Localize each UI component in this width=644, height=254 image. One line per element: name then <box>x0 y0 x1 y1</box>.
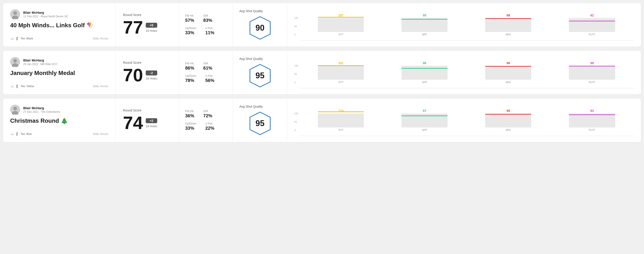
stats-row-bot-3: Up/Down 33% 1 Putt 22% <box>185 122 226 131</box>
bar-xlabel-app: APP <box>422 128 427 131</box>
bar-bg-app <box>402 18 448 32</box>
card-stats-1: FW Hit 57% GIR 83% Up/Down 33% 1 Putt 11… <box>179 3 233 47</box>
score-badge-group-1: +5 18 Holes <box>146 23 157 32</box>
bar-value-app: 86 <box>423 61 426 65</box>
bar-xlabel-arg: ARG <box>506 128 511 131</box>
stat-updown-2: Up/Down 78% <box>185 74 196 83</box>
bar-line-app <box>402 116 448 116</box>
score-badge-1: +5 <box>146 23 157 28</box>
bar-col-ott: 107 OTT <box>299 13 383 36</box>
stat-fwhit-1: FW Hit 57% <box>185 14 194 23</box>
bar-value-arg: 96 <box>507 61 510 65</box>
round-card-3: Blair McHarg 27 Dec 2021 · The Oxfordshi… <box>3 98 641 142</box>
bar-xlabel-arg: ARG <box>506 81 511 84</box>
tee-label-2: Tee: Yellow <box>20 85 34 88</box>
card-chart-3: 100 50 0 110 OTT 87 APP 95 <box>287 98 641 142</box>
bar-line-putt <box>569 66 615 66</box>
golf-cart-icon-3: 🏌 <box>15 132 19 136</box>
tee-info-1: ☁️ 🏌 Tee: Black <box>10 37 33 40</box>
card-score-2: Round Score 70 -2 18 Holes <box>116 51 179 94</box>
bar-col-ott: 110 OTT <box>299 109 383 131</box>
card-quality-1: Avg Shot Quality 90 <box>233 3 287 47</box>
stat-updown-3: Up/Down 33% <box>185 122 196 131</box>
round-title-1: 40 Mph Winds... Links Golf 🪁 <box>10 22 108 29</box>
stat-updown-value-1: 33% <box>185 30 196 35</box>
score-badge-3: +2 <box>146 118 157 123</box>
hexagon-1: 90 <box>248 15 272 40</box>
bar-line-putt <box>569 114 615 115</box>
stats-row-bot-2: Up/Down 78% 1 Putt 56% <box>185 74 226 83</box>
tee-info-3: ☁️ 🏌 Tee: Blue <box>10 132 32 136</box>
tee-label-3: Tee: Blue <box>20 132 32 135</box>
stat-oneputt-label-1: 1 Putt <box>205 26 214 30</box>
bar-line-ott <box>318 17 364 17</box>
bar-xlabel-ott: OTT <box>338 81 343 84</box>
y-label-100: 100 <box>294 65 298 67</box>
hexagon-container-2: 95 <box>248 63 272 88</box>
card-quality-2: Avg Shot Quality 95 <box>233 51 287 94</box>
bar-col-ott: 101 OTT <box>299 61 383 84</box>
bar-col-putt: 93 PUTT <box>550 109 634 131</box>
stat-gir-1: GIR 83% <box>203 14 212 23</box>
bar-xlabel-ott: OTT <box>338 33 343 36</box>
bar-line-arg <box>485 114 531 115</box>
bar-col-arg: 98 ARG <box>466 13 550 36</box>
player-meta-1: 12 Feb 2022 · Royal North Devon GC <box>23 15 68 18</box>
score-number-1: 77 <box>123 18 143 36</box>
stat-oneputt-value-1: 11% <box>205 30 214 35</box>
golf-cart-icon-2: 🏌 <box>15 84 19 88</box>
bar-value-ott: 107 <box>338 13 344 17</box>
avatar-icon-1 <box>10 9 20 19</box>
player-name-3: Blair McHarg <box>23 106 60 110</box>
stat-fwhit-3: FW Hit 36% <box>185 110 194 119</box>
bar-value-arg: 98 <box>507 13 510 17</box>
hexagon-score-3: 95 <box>255 119 264 128</box>
stat-fwhit-label-3: FW Hit <box>185 110 194 113</box>
stat-gir-2: GIR 61% <box>203 62 212 71</box>
score-main-2: 70 -2 18 Holes <box>123 66 172 84</box>
bar-xlabel-app: APP <box>422 33 427 36</box>
stat-fwhit-value-3: 36% <box>185 113 194 119</box>
bar-line-app <box>402 68 448 69</box>
stat-updown-value-2: 78% <box>185 78 196 83</box>
bar-value-putt: 99 <box>590 61 594 65</box>
bar-xlabel-putt: PUTT <box>589 33 595 36</box>
tee-info-2: ☁️ 🏌 Tee: Yellow <box>10 84 34 88</box>
stat-gir-label-3: GIR <box>203 110 212 113</box>
bar-col-arg: 96 ARG <box>466 61 550 84</box>
stat-updown-label-1: Up/Down <box>185 26 196 30</box>
quality-label-2: Avg Shot Quality <box>239 57 263 61</box>
bar-value-app: 95 <box>423 13 426 17</box>
bar-xlabel-putt: PUTT <box>589 128 595 131</box>
stat-gir-value-2: 61% <box>203 66 212 71</box>
stat-fwhit-label-1: FW Hit <box>185 14 194 17</box>
cloud-icon-1: ☁️ <box>10 37 14 40</box>
holes-text-3: 18 Holes <box>146 125 157 128</box>
card-score-1: Round Score 77 +5 18 Holes <box>116 3 179 47</box>
bar-xlabel-ott: OTT <box>338 128 343 131</box>
bar-col-arg: 95 ARG <box>466 109 550 131</box>
stat-oneputt-3: 1 Putt 22% <box>205 122 214 131</box>
y-label-0: 0 <box>294 81 298 84</box>
bar-line-arg <box>485 18 531 19</box>
avatar-3 <box>10 105 20 115</box>
score-number-2: 70 <box>123 66 143 84</box>
tee-label-1: Tee: Black <box>20 37 33 40</box>
stat-updown-value-3: 33% <box>185 126 196 131</box>
stats-row-bot-1: Up/Down 33% 1 Putt 11% <box>185 26 226 35</box>
quality-label-3: Avg Shot Quality <box>239 105 263 108</box>
bar-line-app <box>402 19 448 20</box>
hexagon-score-1: 90 <box>255 23 264 33</box>
stats-row-top-2: FW Hit 86% GIR 61% <box>185 62 226 71</box>
y-label-0: 0 <box>294 33 298 36</box>
data-source-2: Data: Arccos <box>93 85 108 88</box>
card-score-3: Round Score 74 +2 18 Holes <box>116 98 179 142</box>
bar-bg-ott <box>318 114 364 127</box>
card-chart-2: 100 50 0 101 OTT 86 APP 96 <box>287 51 641 94</box>
svg-point-9 <box>13 107 17 110</box>
score-main-1: 77 +5 18 Holes <box>123 18 172 36</box>
card-footer-2: ☁️ 🏌 Tee: Yellow Data: Arccos <box>10 84 108 88</box>
card-chart-1: 100 50 0 107 OTT 95 APP 98 <box>287 3 641 47</box>
bar-bg-app <box>402 114 448 127</box>
score-label-1: Round Score <box>123 13 172 17</box>
